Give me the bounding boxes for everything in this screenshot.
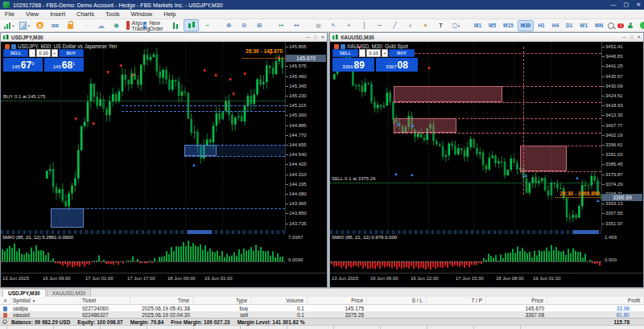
timeframe-M30[interactable]: M30 bbox=[518, 20, 535, 31]
line-chart-mode-button[interactable]: ~ bbox=[200, 20, 214, 31]
horizontal-line-tool-button[interactable]: ─ bbox=[373, 20, 386, 31]
time-axis[interactable]: 13 Jun 2025 16 Jun 06:00 16 Jun 22:00 17… bbox=[330, 273, 643, 284]
candle-chart-mode-button[interactable] bbox=[184, 19, 199, 31]
timeframe-D1[interactable]: D1 bbox=[563, 20, 576, 31]
tile-windows-button[interactable]: ⊞ bbox=[253, 20, 266, 31]
chart-window-titlebar[interactable]: USDJPY,M30 — □ ✕ bbox=[1, 33, 327, 42]
bar-chart-mode-button[interactable] bbox=[168, 20, 182, 31]
channel-tool-button[interactable]: // bbox=[403, 20, 417, 31]
shapes-tool-button[interactable]: ◻▾ bbox=[449, 20, 463, 31]
position-row[interactable]: usdjpy9227240602025.06.19 05:41:38buy0.1… bbox=[0, 305, 644, 311]
new-chart-button[interactable]: ▾ bbox=[18, 20, 31, 31]
timeframe-MN[interactable]: MN bbox=[592, 20, 606, 31]
close-button[interactable]: ✕ bbox=[636, 2, 641, 8]
cloud-button[interactable]: ☁ bbox=[94, 20, 108, 31]
price-tick: 145.115 bbox=[289, 103, 306, 109]
usdjpy-price-axis[interactable]: 145.805145.690145.575145.460145.345145.2… bbox=[285, 42, 327, 230]
volume-input[interactable]: 0.10 bbox=[36, 49, 51, 57]
chart-close-icon[interactable]: ✕ bbox=[320, 35, 324, 39]
menu-tools[interactable]: Tools bbox=[105, 10, 120, 18]
buy-button[interactable]: BUY bbox=[389, 49, 415, 57]
chart-canvas-usdjpy[interactable]: USDJPY, M30: US Dollar vs Japanese Yen S… bbox=[1, 42, 327, 287]
screenshot-icon: ▣ bbox=[316, 22, 321, 29]
column-header-ticket[interactable]: Ticket bbox=[80, 297, 130, 304]
tab-xauusd[interactable]: XAUUSD,M30 bbox=[47, 289, 92, 297]
timeframe-M5[interactable]: M5 bbox=[485, 20, 499, 31]
column-header-time[interactable]: Time bbox=[130, 297, 193, 304]
trendline-tool-button[interactable]: ╱ bbox=[388, 20, 402, 31]
menu-file[interactable]: File bbox=[5, 10, 14, 18]
menu-view[interactable]: View bbox=[26, 10, 39, 18]
column-header-symbol[interactable]: Symbol▲ bbox=[11, 297, 80, 304]
xauusd-price-axis[interactable]: 3452.413446.833441.253435.673430.093424.… bbox=[601, 42, 643, 230]
sell-button[interactable]: SELL bbox=[332, 49, 358, 57]
volume-decrease-button[interactable]: - bbox=[359, 49, 365, 57]
menu-window[interactable]: Window bbox=[131, 10, 153, 18]
buy-price[interactable]: 145681 bbox=[44, 58, 84, 72]
tab-usdjpy[interactable]: USDJPY,M30 bbox=[2, 289, 46, 297]
column-header-volume[interactable]: Volume bbox=[251, 297, 308, 304]
column-header-profit[interactable]: Profit bbox=[547, 297, 644, 304]
timeframe-H4[interactable]: H4 bbox=[549, 20, 562, 31]
timeframe-M15[interactable]: M15 bbox=[500, 20, 517, 31]
community-icon[interactable] bbox=[627, 23, 634, 29]
chart-minimize-icon[interactable]: — bbox=[306, 35, 311, 39]
crosshair-tool-button[interactable]: + bbox=[342, 20, 356, 31]
connection-toggle[interactable] bbox=[640, 22, 644, 29]
cursor-tool-button[interactable]: ↖ bbox=[327, 20, 341, 31]
chart-restore-icon[interactable]: □ bbox=[630, 35, 633, 39]
volume-increase-button[interactable]: + bbox=[382, 49, 388, 57]
time-axis[interactable]: 13 Jun 2025 16 Jun 09:00 17 Jun 01:00 17… bbox=[1, 273, 327, 284]
column-header-price[interactable]: Price bbox=[308, 297, 367, 304]
sell-price[interactable]: 145670 bbox=[3, 58, 43, 72]
vps-button[interactable]: ◌ bbox=[79, 20, 93, 31]
chart-close-icon[interactable]: ✕ bbox=[637, 35, 641, 39]
market-button[interactable]: $ bbox=[33, 20, 47, 31]
chart-canvas-xauusd[interactable]: XAUUSD, M30: Gold Spot SELL - 0.10 + BUY… bbox=[330, 42, 643, 287]
sell-price[interactable]: 336689 bbox=[332, 58, 374, 72]
chart-window-titlebar[interactable]: XAUUSD,M30 — □ ✕ bbox=[330, 33, 643, 42]
position-row[interactable]: xauusd9224863272025.06.19 02:04:30sell0.… bbox=[0, 311, 644, 318]
chart-restore-icon[interactable]: □ bbox=[314, 35, 316, 39]
price-tick: 3452.41 bbox=[605, 44, 623, 50]
sell-button[interactable]: SELL bbox=[3, 49, 28, 57]
buy-price[interactable]: 336708 bbox=[376, 58, 418, 72]
metaeditor-button[interactable]: IDE bbox=[48, 20, 62, 31]
close-toolbox-button[interactable]: ✕ bbox=[0, 297, 11, 304]
chart-profile-button[interactable]: ▾ bbox=[2, 20, 16, 31]
column-header-type[interactable]: Type bbox=[193, 297, 251, 304]
toolbox-tab-strip[interactable] bbox=[0, 325, 644, 329]
column-header-sl[interactable]: S / L bbox=[367, 297, 427, 304]
timeframe-W1[interactable]: W1 bbox=[576, 20, 591, 31]
auto-scroll-button[interactable]: ↦ bbox=[275, 20, 288, 31]
timeframe-H1[interactable]: H1 bbox=[535, 20, 547, 31]
cell-symbol: usdjpy bbox=[11, 306, 80, 311]
screenshot-button[interactable]: ▣ bbox=[312, 20, 325, 31]
chart-shift-button[interactable]: ↤ bbox=[290, 20, 303, 31]
column-header-price[interactable]: Price bbox=[486, 297, 547, 304]
zoom-out-button[interactable]: ⊖ bbox=[237, 20, 251, 31]
web-terminal-button[interactable]: ◉ bbox=[109, 20, 123, 31]
maximize-button[interactable]: ▢ bbox=[624, 2, 630, 8]
zoom-in-button[interactable]: ⊕ bbox=[222, 20, 236, 31]
lock-button[interactable] bbox=[64, 20, 77, 31]
fibonacci-tool-button[interactable]: ≡ bbox=[419, 20, 432, 31]
menu-insert[interactable]: Insert bbox=[50, 10, 65, 18]
volume-input[interactable]: 0.10 bbox=[366, 49, 381, 57]
expand-summary-icon[interactable]: + bbox=[2, 319, 7, 324]
volume-increase-button[interactable]: + bbox=[52, 49, 58, 57]
text-tool-button[interactable]: T bbox=[434, 20, 448, 31]
buy-button[interactable]: BUY bbox=[59, 49, 84, 57]
minimize-button[interactable]: — bbox=[611, 2, 617, 8]
new-order-button[interactable]: +New Order bbox=[147, 20, 160, 31]
vertical-line-tool-button[interactable]: │ bbox=[357, 20, 371, 31]
menu-charts[interactable]: Charts bbox=[76, 10, 94, 18]
search-icon[interactable] bbox=[608, 23, 614, 29]
horizontal-level-line bbox=[1, 101, 285, 101]
supply-demand-zone bbox=[394, 86, 502, 102]
chart-minimize-icon[interactable]: — bbox=[622, 35, 627, 39]
column-header-tp[interactable]: T / P bbox=[427, 297, 486, 304]
timeframe-M1[interactable]: M1 bbox=[471, 20, 485, 31]
volume-decrease-button[interactable]: - bbox=[29, 49, 35, 57]
menu-help[interactable]: Help bbox=[163, 10, 175, 18]
